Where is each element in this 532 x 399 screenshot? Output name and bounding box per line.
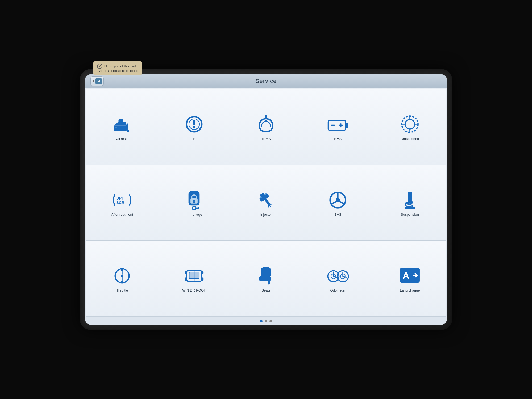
svg-point-43 [121, 268, 123, 271]
odometer-icon [326, 266, 350, 286]
epb-icon [182, 114, 206, 134]
sticker-number: 2 [97, 64, 102, 69]
oil-reset-icon [110, 114, 134, 134]
service-grid: Oil reset EPB [85, 88, 447, 318]
svg-rect-57 [268, 281, 270, 285]
lang-change-icon: A [398, 266, 422, 286]
svg-rect-54 [201, 277, 203, 280]
svg-text:DPF: DPF [116, 196, 124, 200]
svg-rect-56 [259, 276, 271, 281]
svg-rect-28 [198, 207, 199, 208]
grid-item-seats[interactable]: Seats [230, 241, 302, 317]
svg-rect-2 [115, 127, 117, 128]
grid-item-epb[interactable]: EPB [158, 89, 230, 165]
svg-rect-5 [193, 120, 195, 125]
throttle-label: Throttle [116, 288, 128, 292]
svg-rect-31 [264, 198, 270, 205]
svg-line-38 [339, 201, 344, 204]
seats-label: Seats [261, 288, 270, 292]
pagination-dot-3[interactable] [269, 320, 272, 322]
grid-item-odometer[interactable]: Odometer [302, 241, 374, 317]
grid-item-brake-bleed[interactable]: Brake bleed [374, 89, 446, 165]
grid-item-throttle[interactable]: Throttle [86, 241, 158, 317]
odometer-label: Odometer [330, 288, 346, 292]
immo-keys-icon [182, 190, 206, 210]
svg-rect-9 [328, 120, 346, 130]
tpms-label: TPMS [261, 137, 271, 141]
grid-item-suspension[interactable]: Suspension [374, 165, 446, 241]
svg-point-44 [121, 281, 123, 283]
win-dr-roof-label: WIN DR ROOF [182, 288, 206, 292]
svg-rect-39 [408, 192, 412, 202]
sas-icon [326, 190, 350, 210]
aftertreatment-label: Aftertreatment [111, 213, 133, 217]
svg-line-62 [334, 276, 337, 277]
grid-item-tpms[interactable]: TPMS [230, 89, 302, 165]
suspension-icon [398, 190, 422, 210]
bms-icon [326, 114, 350, 134]
svg-point-24 [193, 200, 195, 202]
brake-bleed-label: Brake bleed [401, 137, 419, 141]
lang-change-label: Lang change [400, 288, 420, 292]
svg-point-15 [405, 119, 415, 129]
svg-line-37 [331, 201, 336, 204]
aftertreatment-icon: DPF SCR [110, 190, 134, 210]
oil-reset-label: Oil reset [116, 137, 128, 141]
throttle-icon [110, 266, 134, 286]
svg-point-42 [121, 274, 124, 277]
home-button[interactable]: M [90, 76, 104, 86]
grid-item-sas[interactable]: SAS [302, 165, 374, 241]
injector-icon [254, 190, 278, 210]
tpms-icon [254, 114, 278, 134]
svg-text:SCR: SCR [116, 200, 124, 205]
grid-item-immo-keys[interactable]: Immo keys [158, 165, 230, 241]
bms-label: BMS [334, 137, 342, 141]
pagination-dot-1[interactable] [260, 320, 263, 322]
svg-rect-58 [263, 267, 269, 269]
grid-item-oil-reset[interactable]: Oil reset [86, 89, 158, 165]
grid-item-win-dr-roof[interactable]: WIN DR ROOF [158, 241, 230, 317]
svg-rect-52 [201, 271, 203, 274]
grid-item-aftertreatment[interactable]: DPF SCR Aftertreatment [86, 165, 158, 241]
svg-rect-13 [340, 123, 342, 127]
sas-label: SAS [334, 213, 341, 217]
header-bar: M Service [85, 74, 447, 88]
svg-rect-10 [346, 123, 348, 128]
svg-rect-40 [405, 207, 415, 209]
pagination-dot-2[interactable] [265, 320, 267, 322]
grid-item-lang-change[interactable]: A Lang change [374, 241, 446, 317]
seats-icon [254, 266, 278, 286]
svg-rect-0 [119, 119, 123, 122]
screen: M Service [85, 74, 447, 325]
immo-keys-label: Immo keys [186, 213, 202, 217]
suspension-label: Suspension [401, 213, 419, 217]
epb-label: EPB [191, 137, 198, 141]
svg-rect-53 [185, 277, 187, 280]
home-icon: M [95, 78, 102, 84]
injector-label: Injector [260, 213, 272, 217]
svg-rect-55 [261, 268, 271, 277]
win-dr-roof-icon [182, 266, 206, 286]
svg-rect-7 [265, 115, 267, 119]
grid-item-injector[interactable]: Injector [230, 165, 302, 241]
brake-bleed-icon [398, 114, 422, 134]
svg-line-66 [343, 276, 346, 277]
sticker-label: 2 Please peel off this mask AFTER applic… [93, 61, 142, 75]
grid-item-bms[interactable]: BMS [302, 89, 374, 165]
svg-rect-25 [193, 201, 195, 203]
svg-text:A: A [402, 271, 410, 281]
pagination-dots [85, 318, 447, 325]
svg-rect-11 [331, 124, 335, 126]
device-frame: 2 Please peel off this mask AFTER applic… [80, 69, 452, 330]
svg-rect-8 [265, 119, 267, 121]
svg-rect-6 [193, 126, 195, 128]
svg-rect-51 [185, 271, 187, 274]
page-title: Service [255, 78, 277, 85]
